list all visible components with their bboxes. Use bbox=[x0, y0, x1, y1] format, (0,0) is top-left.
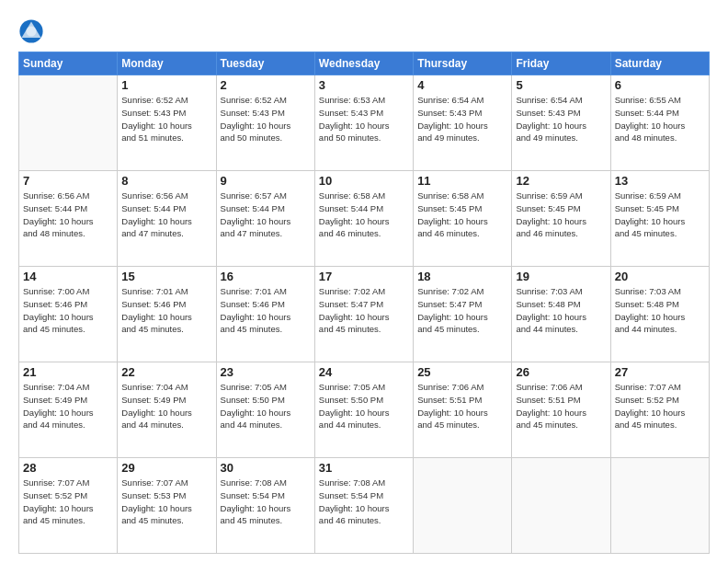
day-info: Sunrise: 7:04 AM Sunset: 5:49 PM Dayligh… bbox=[121, 381, 211, 431]
day-info: Sunrise: 7:05 AM Sunset: 5:50 PM Dayligh… bbox=[221, 381, 311, 431]
day-info: Sunrise: 6:52 AM Sunset: 5:43 PM Dayligh… bbox=[221, 94, 311, 144]
day-info: Sunrise: 6:56 AM Sunset: 5:44 PM Dayligh… bbox=[121, 190, 211, 240]
day-cell: 16Sunrise: 7:01 AM Sunset: 5:46 PM Dayli… bbox=[216, 267, 314, 362]
day-cell: 28Sunrise: 7:07 AM Sunset: 5:52 PM Dayli… bbox=[19, 458, 118, 554]
page: SundayMondayTuesdayWednesdayThursdayFrid… bbox=[0, 0, 728, 563]
day-cell: 1Sunrise: 6:52 AM Sunset: 5:43 PM Daylig… bbox=[118, 75, 216, 171]
day-info: Sunrise: 6:56 AM Sunset: 5:44 PM Dayligh… bbox=[23, 190, 113, 240]
day-cell: 24Sunrise: 7:05 AM Sunset: 5:50 PM Dayli… bbox=[314, 362, 413, 458]
day-cell: 4Sunrise: 6:54 AM Sunset: 5:43 PM Daylig… bbox=[414, 75, 512, 171]
day-number: 25 bbox=[417, 365, 507, 379]
day-cell: 25Sunrise: 7:06 AM Sunset: 5:51 PM Dayli… bbox=[414, 362, 512, 458]
day-number: 15 bbox=[121, 270, 211, 283]
day-info: Sunrise: 7:06 AM Sunset: 5:51 PM Dayligh… bbox=[516, 381, 606, 431]
day-number: 8 bbox=[121, 174, 211, 188]
day-number: 28 bbox=[23, 461, 113, 475]
header-row: SundayMondayTuesdayWednesdayThursdayFrid… bbox=[19, 52, 710, 75]
day-number: 9 bbox=[221, 174, 311, 188]
day-info: Sunrise: 6:58 AM Sunset: 5:45 PM Dayligh… bbox=[417, 190, 507, 240]
day-cell bbox=[414, 458, 512, 554]
week-row-4: 21Sunrise: 7:04 AM Sunset: 5:49 PM Dayli… bbox=[19, 362, 710, 458]
day-number: 11 bbox=[417, 174, 507, 188]
day-cell: 26Sunrise: 7:06 AM Sunset: 5:51 PM Dayli… bbox=[512, 362, 610, 458]
day-cell: 3Sunrise: 6:53 AM Sunset: 5:43 PM Daylig… bbox=[314, 75, 413, 171]
day-cell: 17Sunrise: 7:02 AM Sunset: 5:47 PM Dayli… bbox=[314, 267, 413, 362]
day-info: Sunrise: 7:07 AM Sunset: 5:52 PM Dayligh… bbox=[615, 381, 705, 431]
day-cell: 30Sunrise: 7:08 AM Sunset: 5:54 PM Dayli… bbox=[216, 458, 314, 554]
day-info: Sunrise: 6:54 AM Sunset: 5:43 PM Dayligh… bbox=[417, 94, 507, 144]
day-header-saturday: Saturday bbox=[610, 52, 709, 75]
day-info: Sunrise: 7:04 AM Sunset: 5:49 PM Dayligh… bbox=[23, 381, 113, 431]
day-number: 13 bbox=[615, 174, 705, 188]
day-header-tuesday: Tuesday bbox=[216, 52, 314, 75]
day-info: Sunrise: 6:58 AM Sunset: 5:44 PM Dayligh… bbox=[319, 190, 409, 240]
day-number: 14 bbox=[23, 270, 113, 283]
day-header-wednesday: Wednesday bbox=[314, 52, 413, 75]
day-info: Sunrise: 6:54 AM Sunset: 5:43 PM Dayligh… bbox=[516, 94, 606, 144]
day-info: Sunrise: 7:01 AM Sunset: 5:46 PM Dayligh… bbox=[221, 285, 311, 336]
day-cell: 5Sunrise: 6:54 AM Sunset: 5:43 PM Daylig… bbox=[512, 75, 610, 171]
day-info: Sunrise: 7:07 AM Sunset: 5:53 PM Dayligh… bbox=[121, 477, 211, 527]
day-number: 23 bbox=[221, 365, 311, 379]
day-info: Sunrise: 7:08 AM Sunset: 5:54 PM Dayligh… bbox=[221, 477, 311, 527]
day-info: Sunrise: 7:05 AM Sunset: 5:50 PM Dayligh… bbox=[319, 381, 409, 431]
logo bbox=[18, 18, 48, 44]
day-number: 10 bbox=[319, 174, 409, 188]
week-row-2: 7Sunrise: 6:56 AM Sunset: 5:44 PM Daylig… bbox=[19, 171, 710, 267]
day-number: 1 bbox=[121, 78, 211, 92]
day-cell: 27Sunrise: 7:07 AM Sunset: 5:52 PM Dayli… bbox=[610, 362, 709, 458]
day-info: Sunrise: 7:03 AM Sunset: 5:48 PM Dayligh… bbox=[516, 285, 606, 336]
day-info: Sunrise: 6:53 AM Sunset: 5:43 PM Dayligh… bbox=[319, 94, 409, 144]
day-info: Sunrise: 6:55 AM Sunset: 5:44 PM Dayligh… bbox=[615, 94, 705, 144]
week-row-5: 28Sunrise: 7:07 AM Sunset: 5:52 PM Dayli… bbox=[19, 458, 710, 554]
day-header-monday: Monday bbox=[118, 52, 216, 75]
day-cell: 19Sunrise: 7:03 AM Sunset: 5:48 PM Dayli… bbox=[512, 267, 610, 362]
day-info: Sunrise: 6:57 AM Sunset: 5:44 PM Dayligh… bbox=[221, 190, 311, 240]
day-cell: 2Sunrise: 6:52 AM Sunset: 5:43 PM Daylig… bbox=[216, 75, 314, 171]
day-number: 29 bbox=[121, 461, 211, 475]
header bbox=[18, 15, 710, 44]
day-number: 19 bbox=[516, 270, 606, 283]
day-info: Sunrise: 7:00 AM Sunset: 5:46 PM Dayligh… bbox=[23, 285, 113, 336]
day-cell: 14Sunrise: 7:00 AM Sunset: 5:46 PM Dayli… bbox=[19, 267, 118, 362]
day-number: 16 bbox=[221, 270, 311, 283]
logo-icon bbox=[18, 18, 44, 44]
day-number: 5 bbox=[516, 78, 606, 92]
day-number: 20 bbox=[615, 270, 705, 283]
week-row-1: 1Sunrise: 6:52 AM Sunset: 5:43 PM Daylig… bbox=[19, 75, 710, 171]
calendar-body: 1Sunrise: 6:52 AM Sunset: 5:43 PM Daylig… bbox=[19, 75, 710, 554]
day-cell: 13Sunrise: 6:59 AM Sunset: 5:45 PM Dayli… bbox=[610, 171, 709, 267]
day-info: Sunrise: 7:07 AM Sunset: 5:52 PM Dayligh… bbox=[23, 477, 113, 527]
day-number: 7 bbox=[23, 174, 113, 188]
day-number: 6 bbox=[615, 78, 705, 92]
day-number: 30 bbox=[221, 461, 311, 475]
day-cell: 11Sunrise: 6:58 AM Sunset: 5:45 PM Dayli… bbox=[414, 171, 512, 267]
day-number: 31 bbox=[319, 461, 409, 475]
day-number: 4 bbox=[417, 78, 507, 92]
calendar-header: SundayMondayTuesdayWednesdayThursdayFrid… bbox=[19, 52, 710, 75]
day-cell: 18Sunrise: 7:02 AM Sunset: 5:47 PM Dayli… bbox=[414, 267, 512, 362]
week-row-3: 14Sunrise: 7:00 AM Sunset: 5:46 PM Dayli… bbox=[19, 267, 710, 362]
day-number: 24 bbox=[319, 365, 409, 379]
day-info: Sunrise: 7:02 AM Sunset: 5:47 PM Dayligh… bbox=[319, 285, 409, 336]
day-info: Sunrise: 6:52 AM Sunset: 5:43 PM Dayligh… bbox=[121, 94, 211, 144]
day-number: 22 bbox=[121, 365, 211, 379]
day-number: 12 bbox=[516, 174, 606, 188]
day-info: Sunrise: 6:59 AM Sunset: 5:45 PM Dayligh… bbox=[615, 190, 705, 240]
day-header-sunday: Sunday bbox=[19, 52, 118, 75]
day-number: 17 bbox=[319, 270, 409, 283]
day-cell bbox=[19, 75, 118, 171]
day-cell: 23Sunrise: 7:05 AM Sunset: 5:50 PM Dayli… bbox=[216, 362, 314, 458]
day-cell: 21Sunrise: 7:04 AM Sunset: 5:49 PM Dayli… bbox=[19, 362, 118, 458]
day-cell: 31Sunrise: 7:08 AM Sunset: 5:54 PM Dayli… bbox=[314, 458, 413, 554]
day-cell: 9Sunrise: 6:57 AM Sunset: 5:44 PM Daylig… bbox=[216, 171, 314, 267]
day-number: 27 bbox=[615, 365, 705, 379]
day-number: 26 bbox=[516, 365, 606, 379]
day-info: Sunrise: 7:08 AM Sunset: 5:54 PM Dayligh… bbox=[319, 477, 409, 527]
day-cell: 15Sunrise: 7:01 AM Sunset: 5:46 PM Dayli… bbox=[118, 267, 216, 362]
day-info: Sunrise: 7:03 AM Sunset: 5:48 PM Dayligh… bbox=[615, 285, 705, 336]
calendar-table: SundayMondayTuesdayWednesdayThursdayFrid… bbox=[18, 52, 710, 554]
day-cell: 20Sunrise: 7:03 AM Sunset: 5:48 PM Dayli… bbox=[610, 267, 709, 362]
day-info: Sunrise: 7:01 AM Sunset: 5:46 PM Dayligh… bbox=[121, 285, 211, 336]
day-header-thursday: Thursday bbox=[414, 52, 512, 75]
